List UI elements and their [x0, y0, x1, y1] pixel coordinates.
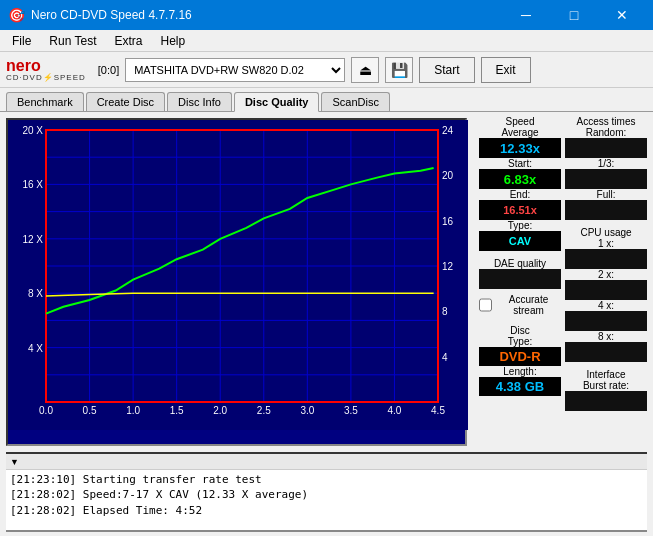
- cpu-4x-value: [565, 311, 647, 331]
- full-label: Full:: [597, 189, 616, 200]
- disc-type-label: Type:: [508, 336, 532, 347]
- title-bar-left: 🎯 Nero CD-DVD Speed 4.7.7.16: [8, 7, 192, 23]
- cpu-8x-label: 8 x:: [598, 331, 614, 342]
- tab-benchmark[interactable]: Benchmark: [6, 92, 84, 111]
- log-line-1: [21:28:02] Speed:7-17 X CAV (12.33 X ave…: [10, 487, 643, 502]
- menu-bar: File Run Test Extra Help: [0, 30, 653, 52]
- disc-block: Disc Type: DVD-R Length: 4.38 GB: [479, 325, 561, 396]
- disc-section-label: Disc: [510, 325, 529, 336]
- burst-rate-label: Burst rate:: [583, 380, 629, 391]
- disc-length-label: Length:: [503, 366, 536, 377]
- toolbar: nero CD·DVD⚡SPEED [0:0] MATSHITA DVD+RW …: [0, 52, 653, 88]
- speed-block: Speed Average 12.33x Start: 6.83x End: 1…: [479, 116, 561, 251]
- tab-create-disc[interactable]: Create Disc: [86, 92, 165, 111]
- left-col: Speed Average 12.33x Start: 6.83x End: 1…: [479, 116, 561, 411]
- random-value: [565, 138, 647, 158]
- close-button[interactable]: ✕: [599, 0, 645, 30]
- right-col: Access times Random: 1/3: Full: CPU usag…: [565, 116, 647, 411]
- accurate-stream-row: Accurate stream: [479, 294, 561, 316]
- cpu-1x-label: 1 x:: [598, 238, 614, 249]
- chart-area: [6, 118, 467, 446]
- access-times-block: Access times Random: 1/3: Full:: [565, 116, 647, 220]
- one-third-label: 1/3:: [598, 158, 615, 169]
- disc-type-value: DVD-R: [479, 347, 561, 366]
- speed-label: Speed: [506, 116, 535, 127]
- dae-value: [479, 269, 561, 289]
- drive-select[interactable]: MATSHITA DVD+RW SW820 D.02: [125, 58, 345, 82]
- cpu-2x-label: 2 x:: [598, 269, 614, 280]
- bottom-wrapper: ▼ [21:23:10] Starting transfer rate test…: [0, 452, 653, 534]
- burst-rate-value: [565, 391, 647, 411]
- maximize-button[interactable]: □: [551, 0, 597, 30]
- exit-button[interactable]: Exit: [481, 57, 531, 83]
- tabs: Benchmark Create Disc Disc Info Disc Qua…: [0, 88, 653, 112]
- menu-help[interactable]: Help: [153, 32, 194, 50]
- log-content[interactable]: [21:23:10] Starting transfer rate test […: [6, 470, 647, 530]
- nero-brand-text: nero: [6, 58, 41, 74]
- menu-run-test[interactable]: Run Test: [41, 32, 104, 50]
- log-icon: ▼: [10, 457, 19, 467]
- interface-block: Interface Burst rate:: [565, 369, 647, 411]
- app-icon: 🎯: [8, 7, 25, 23]
- nero-sub-text: CD·DVD⚡SPEED: [6, 74, 86, 82]
- random-label: Random:: [586, 127, 627, 138]
- start-button[interactable]: Start: [419, 57, 474, 83]
- app-title: Nero CD-DVD Speed 4.7.7.16: [31, 8, 192, 22]
- save-button[interactable]: 💾: [385, 57, 413, 83]
- tab-scan-disc[interactable]: ScanDisc: [321, 92, 389, 111]
- accurate-stream-checkbox[interactable]: [479, 298, 492, 312]
- cpu-block: CPU usage 1 x: 2 x: 4 x: 8 x:: [565, 227, 647, 362]
- panel-columns: Speed Average 12.33x Start: 6.83x End: 1…: [479, 116, 647, 411]
- access-times-label: Access times: [577, 116, 636, 127]
- cpu-1x-value: [565, 249, 647, 269]
- tab-disc-info[interactable]: Disc Info: [167, 92, 232, 111]
- title-bar-controls: ─ □ ✕: [503, 0, 645, 30]
- full-value: [565, 200, 647, 220]
- disc-length-value: 4.38 GB: [479, 377, 561, 396]
- cpu-4x-label: 4 x:: [598, 300, 614, 311]
- log-header: ▼: [6, 454, 647, 470]
- speed-average-label: Average: [501, 127, 538, 138]
- speed-type-value: CAV: [479, 231, 561, 251]
- dae-label: DAE quality: [494, 258, 546, 269]
- log-line-2: [21:28:02] Elapsed Time: 4:52: [10, 503, 643, 518]
- eject-button[interactable]: ⏏: [351, 57, 379, 83]
- tab-disc-quality[interactable]: Disc Quality: [234, 92, 320, 112]
- right-panel: Speed Average 12.33x Start: 6.83x End: 1…: [473, 112, 653, 452]
- menu-file[interactable]: File: [4, 32, 39, 50]
- one-third-value: [565, 169, 647, 189]
- speed-type-label: Type:: [508, 220, 532, 231]
- log-area: ▼ [21:23:10] Starting transfer rate test…: [6, 452, 647, 532]
- dae-block: DAE quality: [479, 258, 561, 289]
- speed-start-label: Start:: [508, 158, 532, 169]
- speed-start-value: 6.83x: [479, 169, 561, 189]
- speed-end-label: End:: [510, 189, 531, 200]
- minimize-button[interactable]: ─: [503, 0, 549, 30]
- drive-label: [0:0]: [98, 64, 119, 76]
- nero-logo: nero CD·DVD⚡SPEED: [6, 58, 86, 82]
- speed-end-value: 16.51x: [479, 200, 561, 220]
- interface-label: Interface: [587, 369, 626, 380]
- main-content: Speed Average 12.33x Start: 6.83x End: 1…: [0, 112, 653, 452]
- cpu-8x-value: [565, 342, 647, 362]
- cpu-label: CPU usage: [580, 227, 631, 238]
- accurate-stream-label: Accurate stream: [496, 294, 561, 316]
- speed-average-value: 12.33x: [479, 138, 561, 158]
- cpu-2x-value: [565, 280, 647, 300]
- log-line-0: [21:23:10] Starting transfer rate test: [10, 472, 643, 487]
- menu-extra[interactable]: Extra: [106, 32, 150, 50]
- title-bar: 🎯 Nero CD-DVD Speed 4.7.7.16 ─ □ ✕: [0, 0, 653, 30]
